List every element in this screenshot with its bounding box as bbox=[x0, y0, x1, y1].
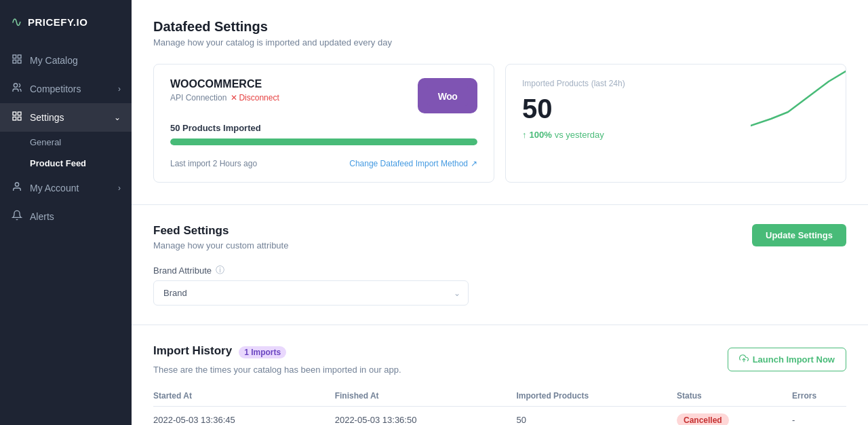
progress-bar-background bbox=[170, 138, 477, 145]
logo[interactable]: ∿ PRICEFY.IO bbox=[0, 0, 132, 46]
account-icon bbox=[11, 181, 23, 195]
disconnect-button[interactable]: ✕ Disconnect bbox=[231, 93, 279, 103]
divider-1 bbox=[132, 204, 868, 205]
brand-attribute-select[interactable]: Brand Category SKU Title bbox=[153, 280, 469, 306]
svg-point-4 bbox=[14, 84, 17, 87]
woo-card-header: WOOCOMMERCE API Connection ✕ Disconnect … bbox=[170, 78, 477, 113]
woo-title: WOOCOMMERCE bbox=[170, 78, 279, 90]
general-label: General bbox=[30, 137, 61, 147]
table-row: 2022-05-03 13:36:45 2022-05-03 13:36:50 … bbox=[153, 407, 846, 426]
logo-text: PRICEFY.IO bbox=[28, 16, 87, 28]
feed-settings-title: Feed Settings bbox=[153, 224, 288, 238]
sidebar-item-my-account[interactable]: My Account › bbox=[0, 174, 132, 202]
account-chevron: › bbox=[118, 183, 121, 193]
page-subtitle: Manage how your catalog is imported and … bbox=[153, 37, 846, 48]
top-cards-row: WOOCOMMERCE API Connection ✕ Disconnect … bbox=[153, 64, 846, 183]
sidebar-label-alerts: Alerts bbox=[30, 211, 54, 222]
import-history-section: Import History 1 Imports These are the t… bbox=[153, 344, 846, 425]
competitors-icon bbox=[11, 82, 23, 96]
disconnect-label: Disconnect bbox=[239, 93, 279, 103]
woo-connection: API Connection ✕ Disconnect bbox=[170, 93, 279, 103]
logo-icon: ∿ bbox=[11, 14, 22, 30]
change-datafeed-method-link[interactable]: Change Datafeed Import Method ↗ bbox=[349, 159, 477, 168]
settings-submenu: General Product Feed bbox=[0, 132, 132, 174]
table-head: Started At Finished At Imported Products… bbox=[153, 386, 846, 407]
woocommerce-card: WOOCOMMERCE API Connection ✕ Disconnect … bbox=[153, 64, 494, 183]
sidebar-label-competitors: Competitors bbox=[30, 84, 81, 94]
arrow-up-icon: ↑ bbox=[522, 130, 527, 140]
x-icon: ✕ bbox=[231, 93, 237, 103]
launch-import-button[interactable]: Launch Import Now bbox=[728, 348, 846, 371]
imports-badge: 1 Imports bbox=[239, 346, 286, 358]
external-link-icon: ↗ bbox=[471, 159, 477, 168]
stats-period: (last 24h) bbox=[591, 79, 625, 88]
update-settings-button[interactable]: Update Settings bbox=[752, 224, 846, 246]
brand-attribute-select-wrapper: Brand Category SKU Title ⌄ bbox=[153, 280, 469, 306]
import-history-title-group: Import History 1 Imports These are the t… bbox=[153, 344, 401, 375]
sidebar-item-product-feed[interactable]: Product Feed bbox=[0, 153, 132, 174]
products-imported-label: 50 Products Imported bbox=[170, 123, 477, 133]
import-history-title: Import History bbox=[153, 344, 232, 358]
cell-imported-products: 50 bbox=[516, 407, 677, 426]
product-feed-label: Product Feed bbox=[30, 158, 86, 168]
sidebar-item-alerts[interactable]: Alerts bbox=[0, 202, 132, 231]
import-history-description: These are the times your catalog has bee… bbox=[153, 365, 401, 375]
svg-point-9 bbox=[15, 183, 18, 186]
sidebar-label-my-account: My Account bbox=[30, 183, 79, 193]
cloud-upload-icon bbox=[739, 354, 749, 365]
woo-logo: Woo bbox=[418, 78, 477, 113]
sidebar-label-my-catalog: My Catalog bbox=[30, 55, 78, 66]
sidebar-item-my-catalog[interactable]: My Catalog bbox=[0, 46, 132, 75]
svg-rect-1 bbox=[18, 55, 21, 58]
stats-card: Imported Products (last 24h) 50 ↑ 100% v… bbox=[505, 64, 846, 183]
import-history-table: Started At Finished At Imported Products… bbox=[153, 386, 846, 425]
svg-rect-3 bbox=[13, 60, 16, 63]
sidebar-item-competitors[interactable]: Competitors › bbox=[0, 75, 132, 103]
import-history-title-row: Import History 1 Imports bbox=[153, 344, 401, 361]
change-method-label: Change Datafeed Import Method bbox=[349, 159, 468, 168]
svg-rect-0 bbox=[13, 55, 16, 58]
settings-icon bbox=[11, 111, 23, 124]
svg-rect-2 bbox=[18, 60, 21, 63]
svg-rect-5 bbox=[13, 112, 16, 115]
feed-settings-subtitle: Manage how your custom attribute bbox=[153, 240, 288, 251]
divider-2 bbox=[132, 325, 868, 325]
col-finished-at: Finished At bbox=[335, 386, 517, 407]
svg-rect-6 bbox=[18, 112, 21, 115]
page-title: Datafeed Settings bbox=[153, 19, 846, 35]
status-badge: Cancelled bbox=[677, 413, 729, 425]
stats-chart bbox=[751, 64, 846, 182]
competitors-chevron: › bbox=[118, 84, 121, 94]
stats-vs-label: vs yesterday bbox=[555, 130, 604, 140]
sidebar-nav: My Catalog Competitors › Settings ⌄ Gene… bbox=[0, 46, 132, 425]
brand-attribute-label: Brand Attribute ⓘ bbox=[153, 264, 846, 276]
import-history-header: Import History 1 Imports These are the t… bbox=[153, 344, 846, 375]
col-status: Status bbox=[677, 386, 792, 407]
sidebar-label-settings: Settings bbox=[30, 112, 64, 123]
feed-settings-title-group: Feed Settings Manage how your custom att… bbox=[153, 224, 288, 251]
table-body: 2022-05-03 13:36:45 2022-05-03 13:36:50 … bbox=[153, 407, 846, 426]
sidebar-item-settings[interactable]: Settings ⌄ bbox=[0, 103, 132, 132]
cell-finished-at: 2022-05-03 13:36:50 bbox=[335, 407, 517, 426]
woo-info: WOOCOMMERCE API Connection ✕ Disconnect bbox=[170, 78, 279, 103]
connection-label: API Connection bbox=[170, 93, 226, 103]
woo-card-footer: Last import 2 Hours ago Change Datafeed … bbox=[170, 159, 477, 168]
info-icon: ⓘ bbox=[216, 264, 224, 276]
stats-percent: 100% bbox=[530, 130, 552, 140]
col-imported-products: Imported Products bbox=[516, 386, 677, 407]
col-started-at: Started At bbox=[153, 386, 335, 407]
main-content: Datafeed Settings Manage how your catalo… bbox=[132, 0, 868, 425]
sidebar: ∿ PRICEFY.IO My Catalog Competitors › Se… bbox=[0, 0, 132, 425]
catalog-icon bbox=[11, 54, 23, 67]
feed-settings-header: Feed Settings Manage how your custom att… bbox=[153, 224, 846, 251]
cell-errors: - bbox=[792, 407, 846, 426]
progress-bar-fill bbox=[170, 138, 477, 145]
sidebar-item-general[interactable]: General bbox=[0, 132, 132, 153]
table-header-row: Started At Finished At Imported Products… bbox=[153, 386, 846, 407]
svg-rect-7 bbox=[18, 117, 21, 120]
col-errors: Errors bbox=[792, 386, 846, 407]
cell-status: Cancelled bbox=[677, 407, 792, 426]
svg-rect-8 bbox=[13, 117, 16, 120]
stats-title-text: Imported Products bbox=[522, 79, 589, 88]
svg-text:Woo: Woo bbox=[438, 91, 458, 102]
